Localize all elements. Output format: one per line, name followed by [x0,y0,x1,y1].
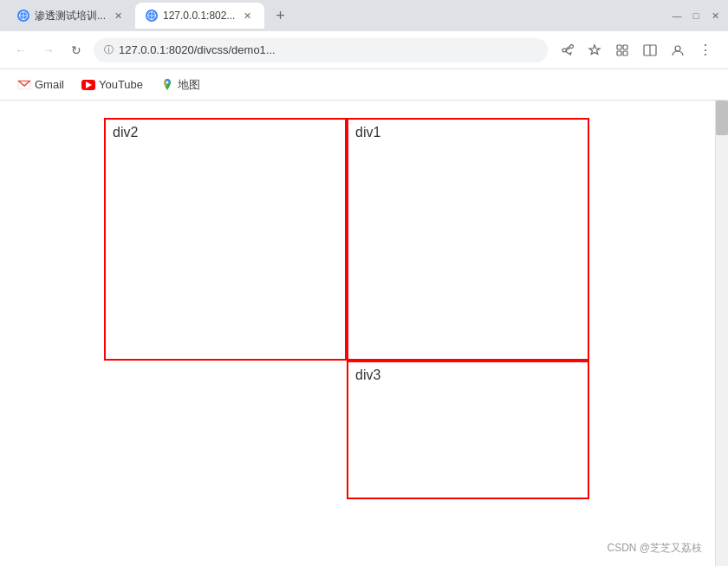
profile-button[interactable] [666,38,690,62]
div2: div2 [104,118,347,361]
svg-rect-8 [617,51,621,55]
bookmark-maps[interactable]: 地图 [153,74,207,96]
svg-rect-6 [617,45,621,49]
bookmark-gmail[interactable]: Gmail [10,75,71,95]
scrollbar-thumb[interactable] [716,101,728,135]
div3: div3 [347,361,589,499]
tab1-favicon [17,10,29,22]
svg-point-12 [675,46,680,51]
forward-button[interactable]: → [38,40,59,61]
maximize-button[interactable]: □ [690,10,702,22]
tab1-close-button[interactable]: ✕ [111,9,125,23]
div1: div1 [347,118,589,361]
tab1-label: 渗透测试培训... [35,9,106,23]
share-button[interactable] [555,38,579,62]
url-text: 127.0.0.1:8020/divcss/demo1... [119,43,537,56]
tab2-favicon [146,10,158,22]
extensions-button[interactable] [610,38,634,62]
svg-rect-9 [623,51,627,55]
bookmarks-bar: Gmail YouTube 地图 [0,69,728,101]
svg-point-14 [166,81,169,83]
bookmark-star-button[interactable] [582,38,607,62]
tab2-close-button[interactable]: ✕ [240,9,254,23]
svg-rect-13 [18,81,30,81]
reload-button[interactable]: ↻ [66,40,87,61]
div2-label: div2 [113,125,138,140]
new-tab-button[interactable]: + [268,3,292,28]
svg-rect-7 [623,45,627,49]
bookmark-youtube-label: YouTube [99,78,143,91]
security-icon: ⓘ [104,43,114,56]
tab-1[interactable]: 渗透测试培训... ✕ [7,3,135,29]
div1-label: div1 [355,125,380,140]
watermark: CSDN @芝芝又荔枝 [607,541,702,556]
address-actions: ⋮ [555,38,718,62]
tab2-label: 127.0.0.1:802... [163,10,235,22]
address-bar: ← → ↻ ⓘ 127.0.0.1:8020/divcss/demo1... [0,31,728,69]
youtube-logo [81,80,95,90]
youtube-icon [81,78,95,92]
gmail-icon [17,78,31,92]
window-controls: — □ ✕ [671,10,721,22]
url-input[interactable]: ⓘ 127.0.0.1:8020/divcss/demo1... [94,38,548,62]
minimize-button[interactable]: — [671,10,683,22]
title-bar: 渗透测试培训... ✕ 127.0.0.1:802... ✕ + — □ ✕ [0,0,728,31]
tab-2[interactable]: 127.0.0.1:802... ✕ [135,3,264,29]
youtube-play-triangle [86,81,92,88]
page-content: div2 div1 div3 CSDN @芝芝又荔枝 [0,101,728,566]
bookmark-youtube[interactable]: YouTube [75,75,150,95]
demo-container: div2 div1 div3 [104,118,624,499]
div3-label: div3 [355,368,380,382]
close-window-button[interactable]: ✕ [709,10,721,22]
scrollbar[interactable] [715,101,728,566]
bookmark-gmail-label: Gmail [35,78,64,91]
bookmark-maps-label: 地图 [178,77,200,93]
back-button[interactable]: ← [10,40,31,61]
menu-button[interactable]: ⋮ [693,38,718,62]
split-view-button[interactable] [638,38,662,62]
maps-icon [160,78,174,92]
